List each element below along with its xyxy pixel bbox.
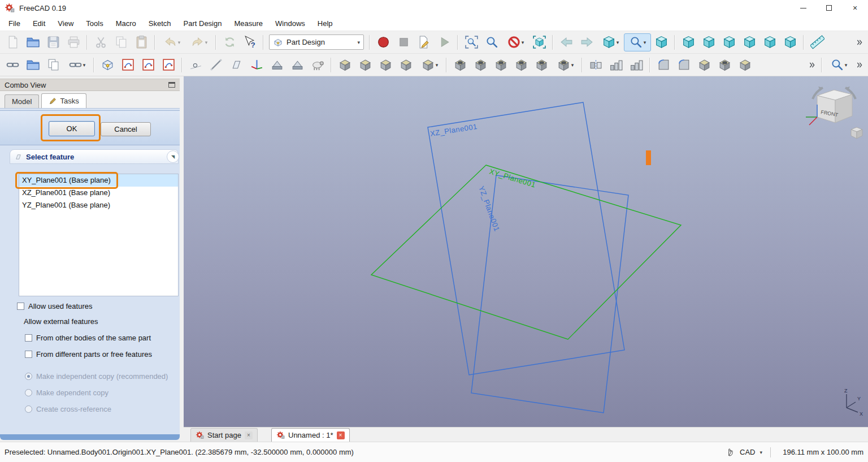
make-link-group-button[interactable] — [23, 56, 43, 74]
revolve-button[interactable] — [355, 56, 375, 74]
whats-this-button[interactable] — [240, 33, 260, 51]
fillet-button[interactable] — [653, 56, 674, 74]
navigation-cube[interactable]: FRONT — [802, 80, 866, 143]
viewport[interactable]: XZ_Plane001 XY_Plane001 YZ_Plane001 FRON… — [184, 76, 868, 427]
menu-file[interactable]: File — [2, 17, 27, 30]
macro-record-button[interactable] — [373, 33, 393, 51]
copy-button[interactable] — [111, 33, 131, 51]
shape-binder-button[interactable] — [267, 56, 287, 74]
map-sketch-to-face-button[interactable] — [158, 56, 179, 74]
file-save-button[interactable] — [43, 33, 63, 51]
draft-button[interactable] — [694, 56, 714, 74]
view-home-button[interactable] — [651, 33, 671, 51]
zoom-fit-all-button[interactable] — [461, 33, 481, 51]
menu-help[interactable]: Help — [311, 17, 339, 30]
workbench-selector[interactable]: Part Design▾ — [269, 34, 364, 50]
subtractive-loft-button[interactable] — [511, 56, 531, 74]
toolbar-overflow-row2b[interactable] — [852, 56, 866, 74]
redo-button[interactable]: ▾ — [185, 33, 212, 51]
datum-plane-button[interactable] — [226, 56, 246, 74]
menu-tools[interactable]: Tools — [80, 17, 109, 30]
subtractive-helix-button[interactable]: ▾ — [552, 56, 579, 74]
float-panel-icon[interactable] — [168, 82, 175, 88]
edit-sketch-button[interactable] — [138, 56, 158, 74]
clipping-plane-button[interactable]: ▾ — [502, 33, 529, 51]
menu-edit[interactable]: Edit — [27, 17, 51, 30]
sub-shape-binder-button[interactable] — [287, 56, 307, 74]
macro-execute-button[interactable] — [434, 33, 454, 51]
draw-style-button[interactable]: ▾ — [624, 33, 651, 51]
view-right-button[interactable] — [719, 33, 739, 51]
from-different-parts-checkbox[interactable]: From different parts or free features — [25, 350, 152, 359]
xy-plane[interactable] — [371, 165, 681, 339]
nav-mini-cube[interactable] — [851, 127, 862, 139]
toolbar-overflow-row1[interactable] — [852, 33, 866, 51]
radio-make-independent-copy[interactable]: Make independent copy (recommended) — [25, 368, 168, 385]
additive-helix-button[interactable]: ▾ — [416, 56, 443, 74]
boolean-operation-button[interactable] — [735, 56, 755, 74]
tab-model[interactable]: Model — [5, 94, 39, 108]
replace-link-button[interactable] — [43, 56, 63, 74]
view-left-button[interactable] — [780, 33, 800, 51]
document-tab-unnamed-1[interactable]: Unnamed : 1*× — [271, 428, 350, 442]
refresh-button[interactable] — [219, 33, 240, 51]
nav-back-button[interactable] — [556, 33, 576, 51]
nav-forward-button[interactable] — [576, 33, 597, 51]
macro-stop-button[interactable] — [393, 33, 414, 51]
datum-line-button[interactable] — [206, 56, 226, 74]
make-link-button[interactable] — [2, 56, 23, 74]
document-tab-start-page[interactable]: Start page× — [190, 428, 258, 442]
hole-button[interactable] — [470, 56, 491, 74]
chamfer-button[interactable] — [674, 56, 694, 74]
allow-used-features-checkbox[interactable]: Allow used features — [17, 302, 92, 310]
texture-view-button[interactable] — [529, 33, 549, 51]
additive-loft-button[interactable] — [375, 56, 396, 74]
cube-front-face[interactable] — [817, 96, 835, 123]
close-tab-icon[interactable]: × — [337, 431, 345, 439]
measure-distance-button[interactable] — [807, 33, 827, 51]
linear-pattern-button[interactable] — [606, 56, 626, 74]
cancel-button[interactable]: Cancel — [101, 122, 151, 136]
menu-part-design[interactable]: Part Design — [177, 17, 228, 30]
menu-sketch[interactable]: Sketch — [142, 17, 177, 30]
cut-button[interactable] — [90, 33, 111, 51]
view-axonometric-button[interactable]: ▾ — [597, 33, 624, 51]
thickness-button[interactable] — [714, 56, 735, 74]
minimize-button[interactable] — [790, 0, 816, 16]
maximize-button[interactable] — [816, 0, 842, 16]
menu-macro[interactable]: Macro — [110, 17, 142, 30]
create-sketch-button[interactable] — [118, 56, 138, 74]
file-new-button[interactable] — [2, 33, 23, 51]
groove-button[interactable] — [491, 56, 511, 74]
menu-measure[interactable]: Measure — [228, 17, 269, 30]
file-open-button[interactable] — [23, 33, 43, 51]
xz-plane[interactable] — [428, 102, 624, 375]
view-front-button[interactable] — [678, 33, 698, 51]
pocket-button[interactable] — [450, 56, 470, 74]
mirrored-button[interactable] — [585, 56, 606, 74]
collapse-section-button[interactable]: ◥ — [167, 150, 179, 163]
create-body-button[interactable] — [97, 56, 118, 74]
clone-button[interactable] — [307, 56, 328, 74]
feature-item[interactable]: YZ_Plane001 (Base plane) — [19, 199, 178, 211]
local-coordinate-system-button[interactable] — [246, 56, 267, 74]
radio-create-cross-reference[interactable]: Create cross-reference — [25, 401, 168, 417]
zoom-box-button[interactable] — [481, 33, 502, 51]
additive-pipe-button[interactable] — [396, 56, 416, 74]
radio-make-dependent-copy[interactable]: Make dependent copy — [25, 385, 168, 401]
feature-item[interactable]: XY_Plane001 (Base plane) — [19, 174, 178, 187]
tab-tasks[interactable]: Tasks — [41, 93, 86, 108]
close-button[interactable]: × — [842, 0, 868, 16]
polar-pattern-button[interactable] — [626, 56, 646, 74]
datum-point-button[interactable] — [185, 56, 206, 74]
feature-item[interactable]: XZ_Plane001 (Base plane) — [19, 187, 178, 199]
pad-button[interactable] — [335, 56, 355, 74]
subtractive-pipe-button[interactable] — [531, 56, 552, 74]
menu-windows[interactable]: Windows — [269, 17, 311, 30]
toolbar-overflow-row2[interactable] — [805, 56, 818, 74]
unlink-button[interactable]: ▾ — [63, 56, 90, 74]
paste-button[interactable] — [131, 33, 151, 51]
ok-button[interactable]: OK — [49, 121, 95, 136]
undo-button[interactable]: ▾ — [158, 33, 185, 51]
menu-view[interactable]: View — [51, 17, 80, 30]
